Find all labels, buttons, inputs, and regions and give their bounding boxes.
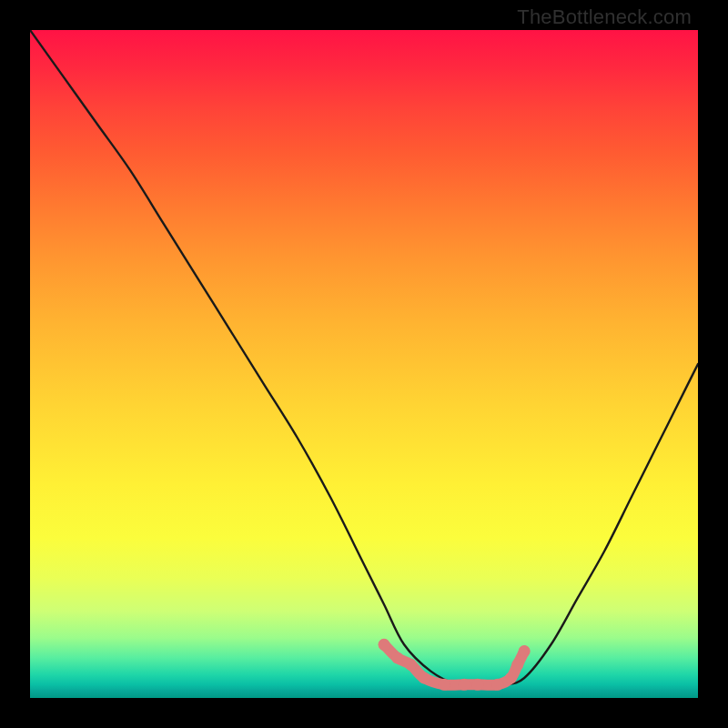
marker-dot [379,639,390,651]
marker-dot [505,672,517,683]
highlighted-range-markers [379,639,531,691]
marker-dot [405,659,417,671]
marker-dot [491,679,503,691]
chart-frame: TheBottleneck.com [0,0,728,728]
chart-svg [30,30,698,698]
marker-dot [419,672,430,683]
marker-dot [459,679,470,691]
chart-plot-area [30,30,698,698]
marker-dot [471,679,483,691]
watermark-label: TheBottleneck.com [517,5,692,29]
marker-dot [519,645,531,657]
bottleneck-curve-path [30,30,698,685]
marker-dot [439,679,450,691]
marker-dot [391,652,403,663]
bottleneck-curve [30,30,698,685]
marker-dot [511,659,523,671]
